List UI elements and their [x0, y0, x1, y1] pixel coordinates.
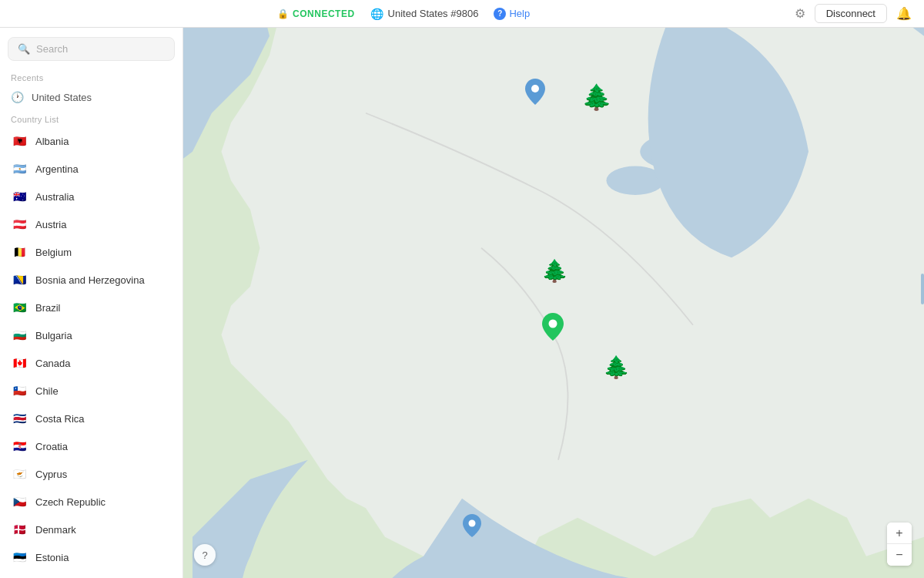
flag-icon: 🇧🇪 [11, 244, 28, 260]
scroll-indicator [921, 274, 924, 304]
recents-label: Recents [0, 70, 182, 86]
zoom-controls: + − [887, 523, 912, 566]
country-item[interactable]: 🇨🇷 Costa Rica [0, 405, 182, 432]
flag-icon: 🇨🇿 [11, 493, 28, 510]
country-name: Costa Rica [35, 413, 85, 425]
server-name: United States #9806 [388, 8, 479, 19]
map-pin-south[interactable] [463, 514, 481, 540]
clock-icon: 🕐 [11, 91, 24, 103]
topbar: 🔒 CONNECTED 🌐 United States #9806 ? Help… [0, 0, 924, 28]
help-circle-icon: ? [494, 8, 506, 20]
country-item[interactable]: 🇧🇬 Bulgaria [0, 321, 182, 349]
flag-icon: 🇦🇱 [11, 133, 28, 150]
flag-icon: 🇦🇹 [11, 216, 28, 233]
notification-bell-icon[interactable]: 🔔 [896, 6, 912, 21]
country-name: Bulgaria [35, 330, 72, 341]
flag-icon: 🇩🇰 [11, 521, 28, 538]
country-item[interactable]: 🇭🇷 Croatia [0, 432, 182, 460]
connected-label: CONNECTED [293, 8, 355, 19]
flag-icon: 🇭🇷 [11, 438, 28, 455]
country-name: Brazil [35, 302, 61, 314]
country-name: Croatia [35, 441, 68, 452]
country-item[interactable]: 🇨🇦 Canada [0, 349, 182, 377]
recent-item-us[interactable]: 🕐 United States [0, 86, 182, 109]
tree-central-icon: 🌲 [541, 258, 568, 284]
country-name: Australia [35, 191, 75, 203]
country-name: Austria [35, 219, 66, 230]
country-name: Bosnia and Herzegovina [35, 274, 145, 286]
disconnect-button[interactable]: Disconnect [815, 4, 887, 23]
globe-icon: 🌐 [370, 8, 383, 20]
flag-icon: 🇨🇦 [11, 355, 28, 371]
country-name: Estonia [35, 552, 69, 563]
flag-icon: 🇪🇪 [11, 549, 28, 566]
flag-icon: 🇧🇬 [11, 327, 28, 344]
settings-icon[interactable]: ⚙ [795, 6, 805, 21]
country-name: Denmark [35, 524, 76, 536]
map-pin-us-connected[interactable] [542, 313, 564, 344]
country-item[interactable]: 🇦🇹 Austria [0, 210, 182, 238]
flag-icon: 🇨🇾 [11, 465, 28, 482]
flag-icon: 🇦🇺 [11, 188, 28, 205]
map-pin-north[interactable] [525, 79, 545, 108]
recent-country: United States [32, 92, 92, 103]
search-input[interactable] [36, 43, 165, 55]
country-item[interactable]: 🇫🇮 Finland [0, 571, 182, 578]
help-label: Help [509, 8, 530, 19]
flag-icon: 🇨🇷 [11, 410, 28, 427]
country-item[interactable]: 🇩🇰 Denmark [0, 516, 182, 543]
sidebar: 🔍 Recents 🕐 United States Country List 🇦… [0, 28, 183, 578]
country-item[interactable]: 🇦🇷 Argentina [0, 155, 182, 183]
svg-point-5 [531, 85, 539, 92]
country-name: Canada [35, 358, 71, 369]
server-info: 🌐 United States #9806 [370, 8, 479, 20]
zoom-in-button[interactable]: + [887, 523, 912, 544]
country-name: Chile [35, 385, 59, 397]
svg-point-6 [549, 320, 557, 328]
country-name: Albania [35, 136, 69, 147]
flag-icon: 🇦🇷 [11, 160, 28, 177]
country-item[interactable]: 🇧🇪 Belgium [0, 238, 182, 266]
country-item[interactable]: 🇨🇾 Cyprus [0, 460, 182, 488]
topbar-right: ⚙ Disconnect 🔔 [795, 4, 912, 23]
help-link[interactable]: ? Help [494, 8, 530, 20]
zoom-out-button[interactable]: − [887, 544, 912, 566]
country-list-label: Country List [0, 112, 182, 127]
country-name: Czech Republic [35, 496, 105, 508]
search-box[interactable]: 🔍 [8, 37, 175, 61]
country-item[interactable]: 🇧🇦 Bosnia and Herzegovina [0, 266, 182, 294]
connection-status: 🔒 CONNECTED [277, 8, 355, 19]
country-item[interactable]: 🇧🇷 Brazil [0, 294, 182, 321]
country-item[interactable]: 🇦🇺 Australia [0, 183, 182, 210]
flag-icon: 🇧🇷 [11, 299, 28, 316]
tree-north-icon: 🌲 [581, 82, 612, 112]
search-icon: 🔍 [18, 43, 30, 55]
country-item[interactable]: 🇦🇱 Albania [0, 127, 182, 155]
flag-icon: 🇨🇱 [11, 382, 28, 399]
flag-icon: 🇧🇦 [11, 271, 28, 288]
map-help-button[interactable]: ? [194, 544, 216, 566]
country-item[interactable]: 🇨🇱 Chile [0, 377, 182, 405]
country-item[interactable]: 🇨🇿 Czech Republic [0, 488, 182, 516]
country-name: Argentina [35, 163, 79, 175]
country-name: Belgium [35, 247, 72, 258]
svg-point-7 [469, 520, 476, 527]
tree-south-icon: 🌲 [603, 355, 630, 380]
country-name: Cyprus [35, 469, 67, 480]
help-question-icon: ? [202, 549, 207, 561]
country-list: 🇦🇱 Albania 🇦🇷 Argentina 🇦🇺 Australia 🇦🇹 … [0, 127, 182, 578]
country-item[interactable]: 🇪🇪 Estonia [0, 543, 182, 571]
topbar-center: 🔒 CONNECTED 🌐 United States #9806 ? Help [277, 8, 531, 20]
